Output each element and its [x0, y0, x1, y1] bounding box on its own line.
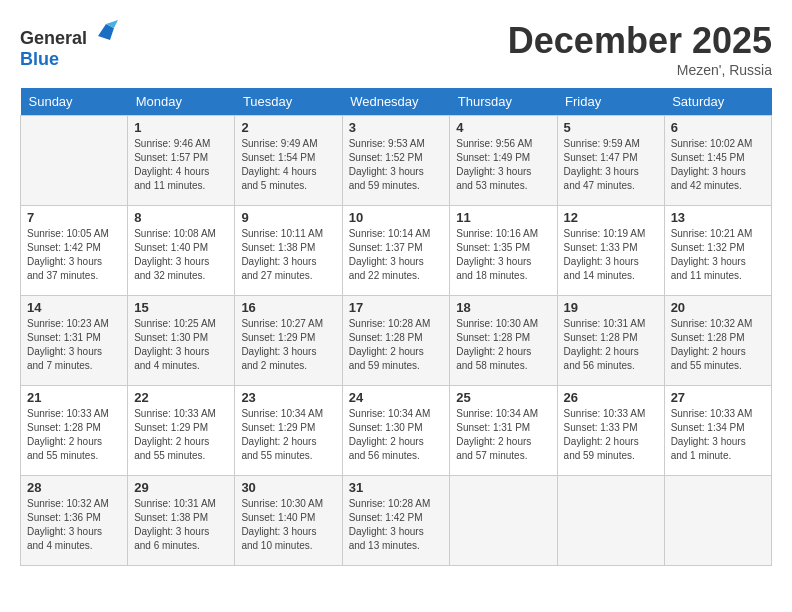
- day-info: Sunrise: 10:32 AM Sunset: 1:28 PM Daylig…: [671, 317, 765, 373]
- calendar-cell: 28Sunrise: 10:32 AM Sunset: 1:36 PM Dayl…: [21, 476, 128, 566]
- month-title: December 2025: [508, 20, 772, 62]
- calendar-cell: 8Sunrise: 10:08 AM Sunset: 1:40 PM Dayli…: [128, 206, 235, 296]
- day-info: Sunrise: 10:28 AM Sunset: 1:42 PM Daylig…: [349, 497, 444, 553]
- calendar-cell: 15Sunrise: 10:25 AM Sunset: 1:30 PM Dayl…: [128, 296, 235, 386]
- day-info: Sunrise: 10:30 AM Sunset: 1:28 PM Daylig…: [456, 317, 550, 373]
- day-number: 13: [671, 210, 765, 225]
- calendar-cell: 27Sunrise: 10:33 AM Sunset: 1:34 PM Dayl…: [664, 386, 771, 476]
- calendar-header-row: SundayMondayTuesdayWednesdayThursdayFrid…: [21, 88, 772, 116]
- day-number: 29: [134, 480, 228, 495]
- logo-blue: Blue: [20, 49, 59, 69]
- day-info: Sunrise: 10:34 AM Sunset: 1:30 PM Daylig…: [349, 407, 444, 463]
- day-number: 15: [134, 300, 228, 315]
- day-info: Sunrise: 9:49 AM Sunset: 1:54 PM Dayligh…: [241, 137, 335, 193]
- day-info: Sunrise: 10:33 AM Sunset: 1:34 PM Daylig…: [671, 407, 765, 463]
- weekday-header: Saturday: [664, 88, 771, 116]
- calendar-cell: 6Sunrise: 10:02 AM Sunset: 1:45 PM Dayli…: [664, 116, 771, 206]
- calendar-cell: [664, 476, 771, 566]
- day-info: Sunrise: 9:59 AM Sunset: 1:47 PM Dayligh…: [564, 137, 658, 193]
- calendar-week-row: 1Sunrise: 9:46 AM Sunset: 1:57 PM Daylig…: [21, 116, 772, 206]
- calendar-cell: 21Sunrise: 10:33 AM Sunset: 1:28 PM Dayl…: [21, 386, 128, 476]
- calendar-cell: 3Sunrise: 9:53 AM Sunset: 1:52 PM Daylig…: [342, 116, 450, 206]
- calendar-cell: 2Sunrise: 9:49 AM Sunset: 1:54 PM Daylig…: [235, 116, 342, 206]
- day-number: 28: [27, 480, 121, 495]
- day-number: 17: [349, 300, 444, 315]
- day-number: 7: [27, 210, 121, 225]
- day-number: 24: [349, 390, 444, 405]
- calendar-cell: 24Sunrise: 10:34 AM Sunset: 1:30 PM Dayl…: [342, 386, 450, 476]
- day-number: 4: [456, 120, 550, 135]
- day-info: Sunrise: 10:16 AM Sunset: 1:35 PM Daylig…: [456, 227, 550, 283]
- calendar-cell: 10Sunrise: 10:14 AM Sunset: 1:37 PM Dayl…: [342, 206, 450, 296]
- calendar-cell: 12Sunrise: 10:19 AM Sunset: 1:33 PM Dayl…: [557, 206, 664, 296]
- day-number: 2: [241, 120, 335, 135]
- day-info: Sunrise: 10:31 AM Sunset: 1:38 PM Daylig…: [134, 497, 228, 553]
- page-header: General Blue December 2025 Mezen', Russi…: [20, 20, 772, 78]
- weekday-header: Monday: [128, 88, 235, 116]
- day-number: 14: [27, 300, 121, 315]
- day-info: Sunrise: 10:05 AM Sunset: 1:42 PM Daylig…: [27, 227, 121, 283]
- logo: General Blue: [20, 20, 118, 70]
- day-number: 8: [134, 210, 228, 225]
- day-info: Sunrise: 10:02 AM Sunset: 1:45 PM Daylig…: [671, 137, 765, 193]
- day-info: Sunrise: 10:34 AM Sunset: 1:29 PM Daylig…: [241, 407, 335, 463]
- logo-general: General: [20, 28, 87, 48]
- day-number: 10: [349, 210, 444, 225]
- day-number: 30: [241, 480, 335, 495]
- weekday-header: Friday: [557, 88, 664, 116]
- calendar-cell: 23Sunrise: 10:34 AM Sunset: 1:29 PM Dayl…: [235, 386, 342, 476]
- calendar-week-row: 21Sunrise: 10:33 AM Sunset: 1:28 PM Dayl…: [21, 386, 772, 476]
- logo-bird-icon: [94, 20, 118, 44]
- calendar-table: SundayMondayTuesdayWednesdayThursdayFrid…: [20, 88, 772, 566]
- calendar-cell: 25Sunrise: 10:34 AM Sunset: 1:31 PM Dayl…: [450, 386, 557, 476]
- title-block: December 2025 Mezen', Russia: [508, 20, 772, 78]
- calendar-cell: 16Sunrise: 10:27 AM Sunset: 1:29 PM Dayl…: [235, 296, 342, 386]
- logo-text: General Blue: [20, 20, 118, 70]
- calendar-cell: [557, 476, 664, 566]
- day-number: 22: [134, 390, 228, 405]
- day-info: Sunrise: 10:14 AM Sunset: 1:37 PM Daylig…: [349, 227, 444, 283]
- calendar-cell: 18Sunrise: 10:30 AM Sunset: 1:28 PM Dayl…: [450, 296, 557, 386]
- day-number: 25: [456, 390, 550, 405]
- calendar-cell: 5Sunrise: 9:59 AM Sunset: 1:47 PM Daylig…: [557, 116, 664, 206]
- calendar-week-row: 7Sunrise: 10:05 AM Sunset: 1:42 PM Dayli…: [21, 206, 772, 296]
- calendar-cell: 30Sunrise: 10:30 AM Sunset: 1:40 PM Dayl…: [235, 476, 342, 566]
- day-number: 27: [671, 390, 765, 405]
- day-number: 26: [564, 390, 658, 405]
- day-number: 16: [241, 300, 335, 315]
- day-number: 1: [134, 120, 228, 135]
- calendar-cell: 17Sunrise: 10:28 AM Sunset: 1:28 PM Dayl…: [342, 296, 450, 386]
- calendar-cell: 1Sunrise: 9:46 AM Sunset: 1:57 PM Daylig…: [128, 116, 235, 206]
- calendar-cell: 31Sunrise: 10:28 AM Sunset: 1:42 PM Dayl…: [342, 476, 450, 566]
- day-info: Sunrise: 10:27 AM Sunset: 1:29 PM Daylig…: [241, 317, 335, 373]
- day-info: Sunrise: 9:46 AM Sunset: 1:57 PM Dayligh…: [134, 137, 228, 193]
- day-number: 3: [349, 120, 444, 135]
- day-info: Sunrise: 10:08 AM Sunset: 1:40 PM Daylig…: [134, 227, 228, 283]
- day-info: Sunrise: 10:34 AM Sunset: 1:31 PM Daylig…: [456, 407, 550, 463]
- day-info: Sunrise: 9:56 AM Sunset: 1:49 PM Dayligh…: [456, 137, 550, 193]
- location: Mezen', Russia: [508, 62, 772, 78]
- calendar-cell: 22Sunrise: 10:33 AM Sunset: 1:29 PM Dayl…: [128, 386, 235, 476]
- calendar-cell: 29Sunrise: 10:31 AM Sunset: 1:38 PM Dayl…: [128, 476, 235, 566]
- weekday-header: Sunday: [21, 88, 128, 116]
- calendar-cell: 13Sunrise: 10:21 AM Sunset: 1:32 PM Dayl…: [664, 206, 771, 296]
- weekday-header: Tuesday: [235, 88, 342, 116]
- calendar-cell: 7Sunrise: 10:05 AM Sunset: 1:42 PM Dayli…: [21, 206, 128, 296]
- day-number: 31: [349, 480, 444, 495]
- day-number: 18: [456, 300, 550, 315]
- day-info: Sunrise: 10:31 AM Sunset: 1:28 PM Daylig…: [564, 317, 658, 373]
- day-number: 23: [241, 390, 335, 405]
- day-info: Sunrise: 10:25 AM Sunset: 1:30 PM Daylig…: [134, 317, 228, 373]
- calendar-cell: 14Sunrise: 10:23 AM Sunset: 1:31 PM Dayl…: [21, 296, 128, 386]
- day-number: 20: [671, 300, 765, 315]
- calendar-cell: 20Sunrise: 10:32 AM Sunset: 1:28 PM Dayl…: [664, 296, 771, 386]
- weekday-header: Thursday: [450, 88, 557, 116]
- day-info: Sunrise: 10:11 AM Sunset: 1:38 PM Daylig…: [241, 227, 335, 283]
- day-info: Sunrise: 10:23 AM Sunset: 1:31 PM Daylig…: [27, 317, 121, 373]
- day-number: 11: [456, 210, 550, 225]
- day-info: Sunrise: 10:33 AM Sunset: 1:33 PM Daylig…: [564, 407, 658, 463]
- calendar-cell: 19Sunrise: 10:31 AM Sunset: 1:28 PM Dayl…: [557, 296, 664, 386]
- day-info: Sunrise: 9:53 AM Sunset: 1:52 PM Dayligh…: [349, 137, 444, 193]
- calendar-week-row: 28Sunrise: 10:32 AM Sunset: 1:36 PM Dayl…: [21, 476, 772, 566]
- calendar-cell: [21, 116, 128, 206]
